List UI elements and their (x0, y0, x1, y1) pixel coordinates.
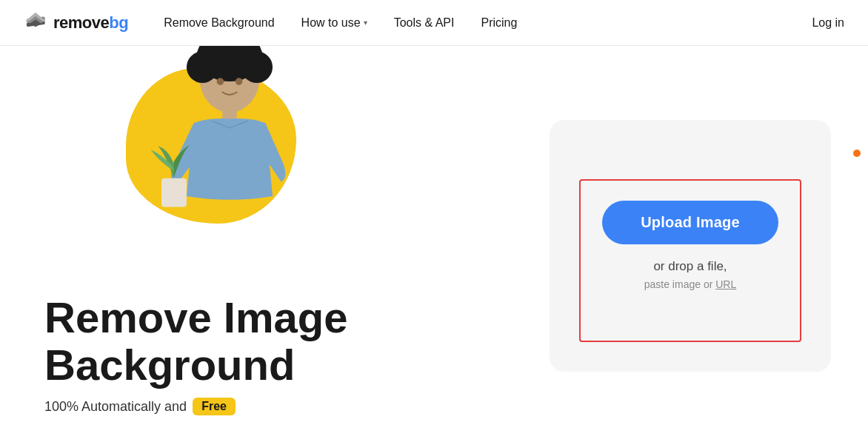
free-badge: Free (193, 398, 236, 415)
orange-dot-decoration (853, 150, 861, 157)
right-side: Upload Image or drop a file, paste image… (513, 46, 868, 445)
svg-point-10 (217, 78, 224, 85)
url-link[interactable]: URL (715, 278, 736, 290)
left-side: Remove Image Background 100% Automatical… (0, 46, 513, 445)
nav-item-tools-api[interactable]: Tools & API (394, 16, 455, 30)
navbar: removebg Remove Background How to use ▾ … (0, 0, 868, 46)
hero-image-area (104, 46, 341, 275)
sub-heading: 100% Automatically and Free (44, 398, 347, 415)
upload-card: Upload Image or drop a file, paste image… (550, 120, 831, 372)
main-content: Remove Image Background 100% Automatical… (0, 46, 868, 445)
heading-area: Remove Image Background 100% Automatical… (44, 294, 347, 415)
svg-rect-14 (161, 178, 187, 207)
nav-links: Remove Background How to use ▾ Tools & A… (164, 16, 812, 30)
person-illustration (148, 46, 311, 261)
logo-icon (24, 11, 47, 35)
login-link[interactable]: Log in (812, 16, 844, 30)
chevron-down-icon: ▾ (364, 19, 367, 27)
nav-item-pricing[interactable]: Pricing (481, 16, 517, 30)
logo-text: removebg (53, 13, 128, 33)
upload-image-button[interactable]: Upload Image (602, 201, 778, 244)
nav-item-remove-background[interactable]: Remove Background (164, 16, 274, 30)
main-heading: Remove Image Background (44, 294, 347, 389)
drop-text: or drop a file, (653, 259, 727, 274)
paste-text: paste image or URL (644, 278, 737, 290)
logo-link[interactable]: removebg (24, 11, 128, 35)
nav-item-how-to-use[interactable]: How to use ▾ (301, 16, 367, 30)
svg-point-11 (236, 78, 243, 85)
